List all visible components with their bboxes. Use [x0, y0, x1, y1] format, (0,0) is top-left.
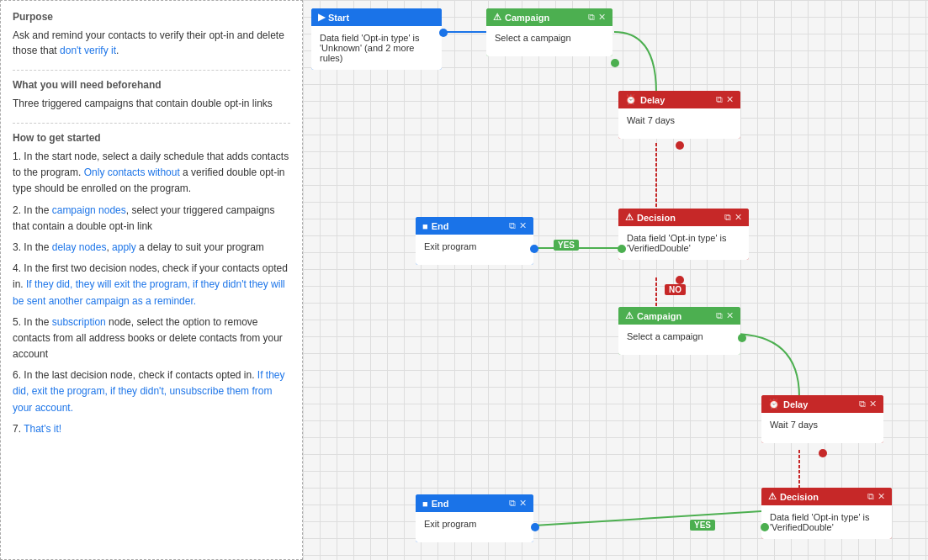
campaign1-label: Campaign [505, 13, 549, 23]
howto-section: How to get started 1. In the start node,… [13, 132, 290, 437]
delay2-output-dot [819, 449, 827, 457]
start-output-dot [439, 29, 448, 37]
sidebar: Purpose Ask and remind your contacts to … [0, 0, 303, 560]
delay2-label: Delay [783, 399, 808, 409]
workflow-canvas: ▶ Start Data field 'Opt-in type' is 'Unk… [303, 0, 928, 560]
decision2-yes-dot [761, 523, 769, 531]
campaign1-icon: ⚠ [493, 12, 501, 23]
campaign1-close-btn[interactable]: ✕ [598, 12, 606, 23]
start-node-header: ▶ Start [311, 8, 442, 26]
end1-close-btn[interactable]: ✕ [519, 220, 527, 231]
delay1-label: Delay [640, 95, 665, 105]
campaign2-header: ⚠ Campaign ⧉ ✕ [618, 307, 740, 325]
decision2-copy-btn[interactable]: ⧉ [867, 491, 874, 502]
end1-input-dot [530, 245, 538, 253]
decision2-yes-label: YES [690, 520, 715, 531]
delay1-icon: ⏰ [625, 94, 637, 105]
delay1-body: Wait 7 days [618, 108, 740, 139]
prereq-text: Three triggered campaigns that contain d… [13, 96, 290, 111]
decision1-no-dot [676, 276, 684, 284]
delay1-header: ⏰ Delay ⧉ ✕ [618, 91, 740, 108]
decision1-copy-btn[interactable]: ⧉ [724, 212, 731, 223]
step-2: 2. In the campaign nodes, select your tr… [13, 203, 290, 235]
purpose-section: Purpose Ask and remind your contacts to … [13, 11, 290, 58]
decision2-header: ⚠ Decision ⧉ ✕ [761, 488, 892, 505]
start-icon: ▶ [318, 12, 325, 23]
decision1-yes-label: YES [554, 240, 579, 251]
decision1-close-btn[interactable]: ✕ [734, 212, 742, 223]
dont-verify-link[interactable]: don't verify it [60, 45, 116, 56]
purpose-title: Purpose [13, 11, 290, 23]
end1-label: End [432, 221, 449, 231]
decision1-no-label: NO [665, 284, 686, 295]
end1-icon: ■ [422, 221, 428, 231]
delay1-output-dot [676, 141, 684, 150]
step-5: 5. In the subscription node, select the … [13, 314, 290, 363]
end2-input-dot [531, 523, 539, 531]
end2-label: End [432, 499, 449, 509]
decision1-label: Decision [637, 213, 676, 223]
step-1: 1. In the start node, select a daily sch… [13, 149, 290, 198]
start-node-label: Start [328, 13, 349, 23]
campaign1-body: Select a campaign [486, 26, 612, 56]
end1-body: Exit program [416, 235, 533, 265]
campaign2-copy-btn[interactable]: ⧉ [716, 310, 723, 321]
delay2-header: ⏰ Delay ⧉ ✕ [761, 395, 883, 413]
decision1-body: Data field 'Opt-in type' is 'VerifiedDou… [618, 226, 749, 260]
campaign2-close-btn[interactable]: ✕ [726, 310, 734, 321]
delay2-node[interactable]: ⏰ Delay ⧉ ✕ Wait 7 days [761, 395, 883, 443]
decision1-icon: ⚠ [625, 212, 634, 223]
decision2-icon: ⚠ [768, 491, 777, 502]
delay2-icon: ⏰ [768, 399, 780, 409]
delay2-close-btn[interactable]: ✕ [869, 399, 877, 409]
decision1-header: ⚠ Decision ⧉ ✕ [618, 209, 749, 226]
start-node-body: Data field 'Opt-in type' is 'Unknown' (a… [311, 26, 442, 70]
step-4: 4. In the first two decision nodes, chec… [13, 261, 290, 309]
end1-node[interactable]: ■ End ⧉ ✕ Exit program [416, 217, 533, 265]
campaign2-node[interactable]: ⚠ Campaign ⧉ ✕ Select a campaign [618, 307, 740, 355]
campaign2-icon: ⚠ [625, 310, 634, 321]
delay2-body: Wait 7 days [761, 413, 883, 443]
campaign2-label: Campaign [637, 311, 681, 321]
end2-header: ■ End ⧉ ✕ [416, 494, 533, 512]
start-node[interactable]: ▶ Start Data field 'Opt-in type' is 'Unk… [311, 8, 442, 70]
decision1-yes-dot [618, 245, 626, 253]
campaign2-output-dot [738, 334, 746, 342]
end2-icon: ■ [422, 499, 428, 509]
campaign1-node[interactable]: ⚠ Campaign ⧉ ✕ Select a campaign [486, 8, 612, 56]
step-7: 7. That's it! [13, 421, 290, 437]
step-3: 3. In the delay nodes, apply a delay to … [13, 240, 290, 256]
step-6: 6. In the last decision node, check if c… [13, 367, 290, 416]
end1-copy-btn[interactable]: ⧉ [509, 220, 516, 231]
end2-close-btn[interactable]: ✕ [519, 498, 527, 509]
end2-body: Exit program [416, 512, 533, 542]
decision2-close-btn[interactable]: ✕ [878, 491, 885, 502]
campaign1-header: ⚠ Campaign ⧉ ✕ [486, 8, 612, 26]
decision1-node[interactable]: ⚠ Decision ⧉ ✕ Data field 'Opt-in type' … [618, 209, 749, 260]
campaign1-copy-btn[interactable]: ⧉ [588, 12, 595, 23]
delay1-node[interactable]: ⏰ Delay ⧉ ✕ Wait 7 days [618, 91, 740, 139]
svg-line-5 [534, 511, 761, 526]
decision2-label: Decision [780, 492, 819, 502]
howto-title: How to get started [13, 132, 290, 144]
prereq-title: What you will need beforehand [13, 79, 290, 91]
campaign2-body: Select a campaign [618, 325, 740, 355]
delay1-copy-btn[interactable]: ⧉ [716, 94, 723, 105]
decision2-node[interactable]: ⚠ Decision ⧉ ✕ Data field 'Opt-in type' … [761, 488, 892, 539]
end2-node[interactable]: ■ End ⧉ ✕ Exit program [416, 494, 533, 542]
prereq-section: What you will need beforehand Three trig… [13, 79, 290, 111]
connections-layer [303, 0, 928, 560]
delay2-copy-btn[interactable]: ⧉ [859, 399, 866, 409]
end1-header: ■ End ⧉ ✕ [416, 217, 533, 235]
decision2-body: Data field 'Opt-in type' is 'VerifiedDou… [761, 505, 892, 539]
purpose-text: Ask and remind your contacts to verify t… [13, 28, 290, 58]
end2-copy-btn[interactable]: ⧉ [509, 498, 516, 509]
delay1-close-btn[interactable]: ✕ [726, 94, 734, 105]
campaign1-output-dot [611, 59, 619, 67]
